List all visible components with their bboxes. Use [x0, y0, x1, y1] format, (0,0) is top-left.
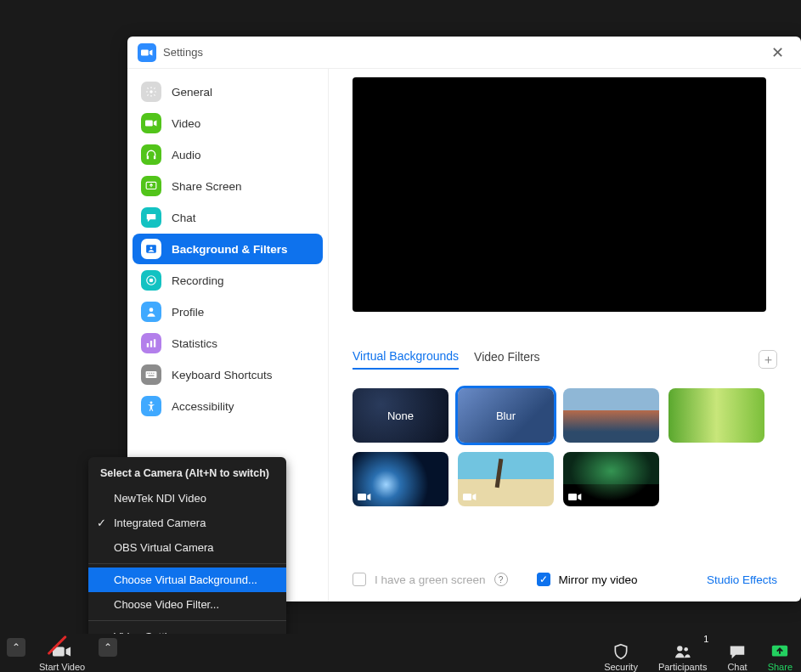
svg-rect-12 — [150, 341, 152, 347]
audio-menu-chevron-icon[interactable]: ⌃ — [7, 638, 25, 657]
svg-rect-16 — [149, 373, 150, 374]
video-icon — [568, 492, 582, 502]
sidebar-item-profile[interactable]: Profile — [133, 296, 323, 327]
svg-rect-2 — [145, 121, 153, 127]
toolbar-label: Security — [604, 662, 638, 672]
svg-point-9 — [149, 279, 154, 283]
svg-rect-13 — [154, 339, 155, 347]
gear-icon — [141, 82, 161, 102]
sidebar-item-audio[interactable]: Audio — [133, 139, 323, 170]
sidebar-item-label: Statistics — [172, 337, 217, 350]
svg-rect-15 — [147, 373, 148, 374]
window-title: Settings — [163, 46, 203, 59]
svg-rect-11 — [147, 343, 149, 347]
svg-point-20 — [150, 401, 153, 404]
svg-point-7 — [150, 246, 153, 249]
recording-icon — [141, 270, 161, 291]
chat-button[interactable]: Chat — [719, 634, 755, 672]
keyboard-icon — [141, 364, 161, 385]
menu-separator — [88, 620, 286, 621]
green-screen-checkbox[interactable] — [353, 573, 366, 586]
toolbar-label: Share — [768, 662, 793, 672]
sidebar-item-label: Accessibility — [172, 400, 234, 413]
mirror-video-label: Mirror my video — [559, 573, 638, 586]
participants-count-badge: 1 — [703, 634, 708, 644]
sidebar-item-label: Video — [172, 117, 200, 130]
green-screen-label: I have a green screen — [375, 573, 486, 586]
zoom-app-icon — [138, 43, 156, 62]
titlebar: Settings ✕ — [127, 37, 801, 69]
video-icon — [141, 113, 161, 133]
menu-separator — [88, 563, 286, 564]
sidebar-item-general[interactable]: General — [133, 76, 323, 107]
studio-effects-link[interactable]: Studio Effects — [707, 573, 777, 586]
camera-option-newtek[interactable]: NewTek NDI Video — [88, 486, 286, 511]
chat-icon — [141, 207, 161, 228]
mirror-video-checkbox[interactable] — [537, 573, 550, 586]
participants-icon — [674, 643, 692, 660]
thumb-aurora[interactable] — [563, 452, 659, 506]
video-menu-chevron-icon[interactable]: ⌃ — [99, 638, 117, 657]
svg-point-10 — [149, 308, 154, 312]
shield-icon — [612, 643, 630, 660]
chat-icon — [728, 643, 747, 660]
participants-button[interactable]: 1 Participants — [650, 634, 715, 672]
thumb-blur[interactable]: Blur — [458, 388, 554, 443]
sidebar-item-label: General — [172, 86, 212, 99]
svg-rect-14 — [146, 371, 157, 378]
sidebar-item-label: Keyboard Shortcuts — [172, 369, 273, 381]
thumb-earth[interactable] — [353, 452, 448, 506]
sidebar-item-recording[interactable]: Recording — [133, 265, 323, 296]
sidebar-item-share-screen[interactable]: Share Screen — [133, 171, 323, 201]
sidebar-item-label: Recording — [172, 274, 224, 287]
thumb-none[interactable]: None — [353, 388, 448, 443]
thumb-grass[interactable] — [668, 388, 764, 443]
sidebar-item-background-filters[interactable]: Background & Filters — [133, 234, 323, 264]
tab-virtual-backgrounds[interactable]: Virtual Backgrounds — [353, 349, 459, 370]
svg-rect-23 — [568, 494, 577, 500]
add-background-button[interactable]: ＋ — [759, 350, 777, 369]
close-icon[interactable]: ✕ — [764, 40, 791, 65]
camera-menu-header: Select a Camera (Alt+N to switch) — [88, 457, 286, 486]
svg-point-25 — [677, 646, 682, 651]
svg-rect-0 — [141, 49, 149, 55]
camera-select-menu: Select a Camera (Alt+N to switch) NewTek… — [88, 457, 286, 654]
thumb-beach[interactable] — [458, 452, 554, 506]
background-filters-icon — [141, 239, 161, 259]
toolbar-left: ⌃ Start Video ⌃ — [0, 634, 126, 672]
thumb-label: None — [353, 388, 448, 443]
sidebar-item-chat[interactable]: Chat — [133, 202, 323, 233]
thumb-bridge[interactable] — [563, 388, 659, 443]
menu-choose-video-filter[interactable]: Choose Video Filter... — [88, 592, 286, 617]
video-icon — [463, 492, 477, 502]
statistics-icon — [141, 333, 161, 353]
content-footer: I have a green screen ? Mirror my video … — [353, 556, 777, 586]
start-video-button[interactable]: Start Video — [31, 634, 93, 672]
thumb-label: Blur — [458, 388, 554, 443]
meeting-toolbar: ⌃ Start Video ⌃ Security 1 Participants … — [0, 634, 801, 672]
toolbar-label: Start Video — [39, 662, 85, 672]
share-screen-icon — [141, 176, 161, 196]
sidebar-item-accessibility[interactable]: Accessibility — [133, 391, 323, 421]
menu-choose-virtual-background[interactable]: Choose Virtual Background... — [88, 568, 286, 592]
camera-option-integrated[interactable]: ✓Integrated Camera — [88, 511, 286, 535]
share-button[interactable]: Share — [759, 634, 801, 672]
camera-option-obs[interactable]: OBS Virtual Camera — [88, 535, 286, 560]
tab-video-filters[interactable]: Video Filters — [474, 350, 540, 369]
toolbar-label: Chat — [727, 662, 747, 672]
profile-icon — [141, 302, 161, 322]
svg-rect-19 — [149, 376, 155, 376]
svg-rect-3 — [147, 155, 149, 159]
security-button[interactable]: Security — [595, 634, 646, 672]
accessibility-icon — [141, 396, 161, 416]
sidebar-item-video[interactable]: Video — [133, 108, 323, 138]
toolbar-label: Participants — [658, 662, 707, 672]
sidebar-item-keyboard-shortcuts[interactable]: Keyboard Shortcuts — [133, 359, 323, 390]
background-thumbnails: None Blur — [353, 388, 777, 506]
svg-rect-22 — [463, 494, 471, 500]
help-icon[interactable]: ? — [494, 573, 508, 586]
svg-point-1 — [149, 90, 153, 93]
video-preview — [353, 77, 766, 312]
sidebar-item-statistics[interactable]: Statistics — [133, 328, 323, 359]
sidebar-item-label: Profile — [172, 306, 204, 319]
